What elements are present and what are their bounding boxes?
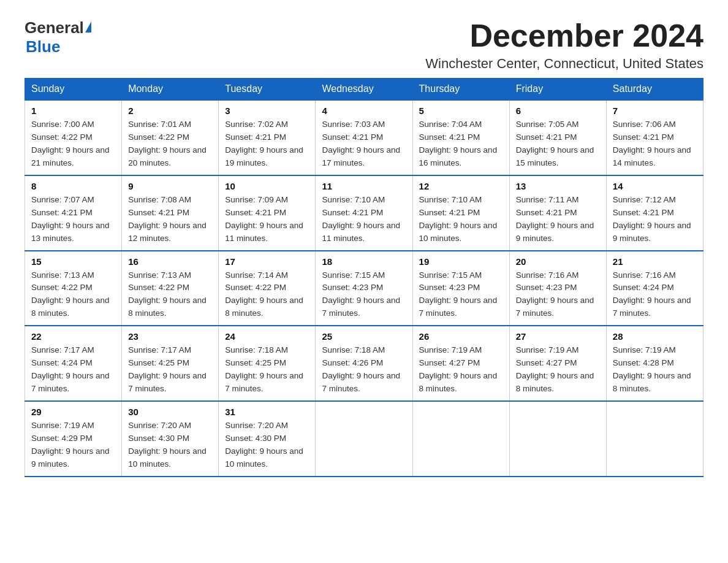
day-info: Sunrise: 7:09 AMSunset: 4:21 PMDaylight:… (225, 194, 309, 245)
day-info: Sunrise: 7:06 AMSunset: 4:21 PMDaylight:… (613, 118, 697, 170)
day-number: 12 (419, 181, 503, 191)
day-info: Sunrise: 7:07 AMSunset: 4:21 PMDaylight:… (31, 194, 115, 245)
day-cell-27: 27 Sunrise: 7:19 AMSunset: 4:27 PMDaylig… (509, 326, 606, 401)
day-info: Sunrise: 7:13 AMSunset: 4:22 PMDaylight:… (31, 269, 115, 321)
day-number: 25 (322, 331, 406, 342)
day-header-wednesday: Wednesday (316, 79, 412, 101)
day-number: 19 (419, 256, 503, 267)
day-number: 3 (225, 105, 309, 116)
day-cell-31: 31 Sunrise: 7:20 AMSunset: 4:30 PMDaylig… (219, 401, 316, 477)
day-info: Sunrise: 7:12 AMSunset: 4:21 PMDaylight:… (613, 194, 697, 245)
day-header-friday: Friday (509, 79, 606, 101)
day-number: 17 (225, 256, 309, 267)
day-info: Sunrise: 7:15 AMSunset: 4:23 PMDaylight:… (322, 269, 406, 321)
day-info: Sunrise: 7:02 AMSunset: 4:21 PMDaylight:… (225, 118, 309, 170)
day-info: Sunrise: 7:16 AMSunset: 4:23 PMDaylight:… (516, 269, 600, 321)
day-cell-20: 20 Sunrise: 7:16 AMSunset: 4:23 PMDaylig… (509, 251, 606, 326)
day-number: 7 (613, 105, 697, 116)
day-cell-13: 13 Sunrise: 7:11 AMSunset: 4:21 PMDaylig… (509, 175, 606, 251)
day-cell-1: 1 Sunrise: 7:00 AMSunset: 4:22 PMDayligh… (25, 100, 122, 175)
day-cell-2: 2 Sunrise: 7:01 AMSunset: 4:22 PMDayligh… (122, 100, 219, 175)
day-number: 9 (128, 181, 212, 191)
day-number: 2 (128, 105, 212, 116)
day-cell-26: 26 Sunrise: 7:19 AMSunset: 4:27 PMDaylig… (412, 326, 509, 401)
day-number: 20 (516, 256, 600, 267)
empty-cell (412, 401, 509, 477)
empty-cell (606, 401, 703, 477)
day-number: 10 (225, 181, 309, 191)
day-number: 11 (322, 181, 406, 191)
day-header-monday: Monday (122, 79, 219, 101)
day-header-saturday: Saturday (606, 79, 703, 101)
day-cell-14: 14 Sunrise: 7:12 AMSunset: 4:21 PMDaylig… (606, 175, 703, 251)
day-cell-30: 30 Sunrise: 7:20 AMSunset: 4:30 PMDaylig… (122, 401, 219, 477)
logo: General Blue (25, 18, 91, 56)
day-cell-28: 28 Sunrise: 7:19 AMSunset: 4:28 PMDaylig… (606, 326, 703, 401)
day-info: Sunrise: 7:03 AMSunset: 4:21 PMDaylight:… (322, 118, 406, 170)
day-number: 4 (322, 105, 406, 116)
day-header-sunday: Sunday (25, 79, 122, 101)
day-number: 28 (613, 331, 697, 342)
day-cell-24: 24 Sunrise: 7:18 AMSunset: 4:25 PMDaylig… (219, 326, 316, 401)
day-number: 14 (613, 181, 697, 191)
page-header: General Blue December 2024 Winchester Ce… (25, 18, 703, 72)
day-cell-21: 21 Sunrise: 7:16 AMSunset: 4:24 PMDaylig… (606, 251, 703, 326)
day-info: Sunrise: 7:17 AMSunset: 4:25 PMDaylight:… (128, 344, 212, 396)
day-cell-25: 25 Sunrise: 7:18 AMSunset: 4:26 PMDaylig… (316, 326, 412, 401)
calendar-week-1: 1 Sunrise: 7:00 AMSunset: 4:22 PMDayligh… (25, 100, 703, 175)
day-info: Sunrise: 7:18 AMSunset: 4:26 PMDaylight:… (322, 344, 406, 396)
day-cell-23: 23 Sunrise: 7:17 AMSunset: 4:25 PMDaylig… (122, 326, 219, 401)
day-number: 30 (128, 407, 212, 417)
day-number: 29 (31, 407, 115, 417)
day-cell-18: 18 Sunrise: 7:15 AMSunset: 4:23 PMDaylig… (316, 251, 412, 326)
day-info: Sunrise: 7:10 AMSunset: 4:21 PMDaylight:… (419, 194, 503, 245)
day-info: Sunrise: 7:04 AMSunset: 4:21 PMDaylight:… (419, 118, 503, 170)
day-cell-5: 5 Sunrise: 7:04 AMSunset: 4:21 PMDayligh… (412, 100, 509, 175)
day-number: 26 (419, 331, 503, 342)
day-cell-6: 6 Sunrise: 7:05 AMSunset: 4:21 PMDayligh… (509, 100, 606, 175)
day-info: Sunrise: 7:05 AMSunset: 4:21 PMDaylight:… (516, 118, 600, 170)
day-number: 22 (31, 331, 115, 342)
empty-cell (509, 401, 606, 477)
day-cell-29: 29 Sunrise: 7:19 AMSunset: 4:29 PMDaylig… (25, 401, 122, 477)
day-info: Sunrise: 7:11 AMSunset: 4:21 PMDaylight:… (516, 194, 600, 245)
calendar-week-5: 29 Sunrise: 7:19 AMSunset: 4:29 PMDaylig… (25, 401, 703, 477)
logo-general: General (25, 18, 84, 37)
logo-triangle-icon (85, 21, 91, 33)
day-info: Sunrise: 7:01 AMSunset: 4:22 PMDaylight:… (128, 118, 212, 170)
day-number: 5 (419, 105, 503, 116)
day-info: Sunrise: 7:17 AMSunset: 4:24 PMDaylight:… (31, 344, 115, 396)
day-info: Sunrise: 7:19 AMSunset: 4:28 PMDaylight:… (613, 344, 697, 396)
day-cell-8: 8 Sunrise: 7:07 AMSunset: 4:21 PMDayligh… (25, 175, 122, 251)
day-info: Sunrise: 7:16 AMSunset: 4:24 PMDaylight:… (613, 269, 697, 321)
day-cell-11: 11 Sunrise: 7:10 AMSunset: 4:21 PMDaylig… (316, 175, 412, 251)
day-info: Sunrise: 7:00 AMSunset: 4:22 PMDaylight:… (31, 118, 115, 170)
day-info: Sunrise: 7:10 AMSunset: 4:21 PMDaylight:… (322, 194, 406, 245)
day-cell-19: 19 Sunrise: 7:15 AMSunset: 4:23 PMDaylig… (412, 251, 509, 326)
day-number: 24 (225, 331, 309, 342)
day-cell-9: 9 Sunrise: 7:08 AMSunset: 4:21 PMDayligh… (122, 175, 219, 251)
day-number: 15 (31, 256, 115, 267)
day-cell-4: 4 Sunrise: 7:03 AMSunset: 4:21 PMDayligh… (316, 100, 412, 175)
day-number: 23 (128, 331, 212, 342)
title-block: December 2024 Winchester Center, Connect… (425, 18, 703, 72)
calendar-header-row: SundayMondayTuesdayWednesdayThursdayFrid… (25, 79, 703, 101)
calendar-week-2: 8 Sunrise: 7:07 AMSunset: 4:21 PMDayligh… (25, 175, 703, 251)
day-cell-12: 12 Sunrise: 7:10 AMSunset: 4:21 PMDaylig… (412, 175, 509, 251)
empty-cell (316, 401, 412, 477)
day-header-thursday: Thursday (412, 79, 509, 101)
day-number: 1 (31, 105, 115, 116)
calendar-week-3: 15 Sunrise: 7:13 AMSunset: 4:22 PMDaylig… (25, 251, 703, 326)
day-cell-3: 3 Sunrise: 7:02 AMSunset: 4:21 PMDayligh… (219, 100, 316, 175)
day-number: 16 (128, 256, 212, 267)
day-number: 6 (516, 105, 600, 116)
day-info: Sunrise: 7:20 AMSunset: 4:30 PMDaylight:… (225, 419, 309, 471)
day-info: Sunrise: 7:14 AMSunset: 4:22 PMDaylight:… (225, 269, 309, 321)
day-number: 13 (516, 181, 600, 191)
day-number: 27 (516, 331, 600, 342)
day-header-tuesday: Tuesday (219, 79, 316, 101)
day-number: 18 (322, 256, 406, 267)
day-info: Sunrise: 7:15 AMSunset: 4:23 PMDaylight:… (419, 269, 503, 321)
day-number: 31 (225, 407, 309, 417)
logo-blue: Blue (26, 37, 60, 56)
